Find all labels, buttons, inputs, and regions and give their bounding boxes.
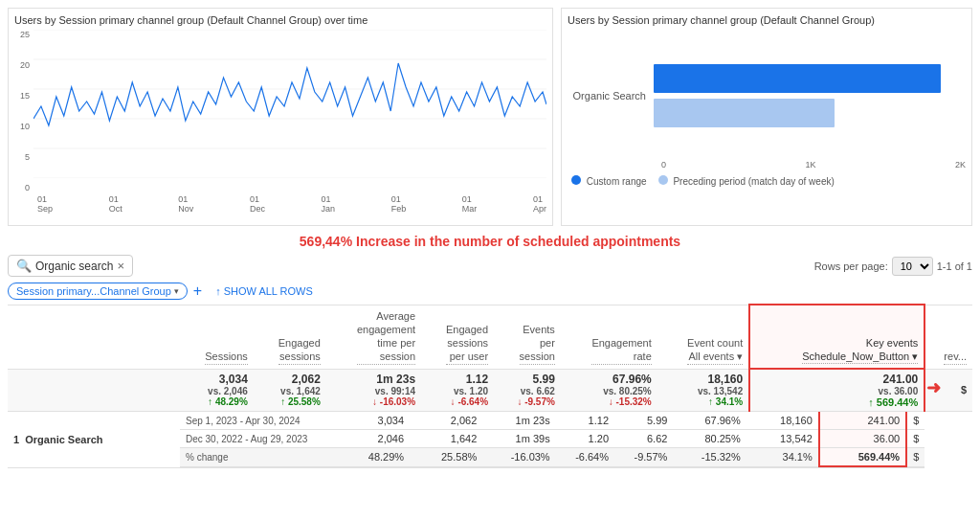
sub-row-1-avg: 1m 23s xyxy=(482,412,555,430)
sub-row-3-revenue: $ xyxy=(906,448,924,467)
search-row: 🔍 Organic search × Rows per page: 10 25 … xyxy=(8,255,972,277)
red-arrow: ➜ xyxy=(926,377,941,398)
rows-per-page-label: Rows per page: xyxy=(814,260,888,272)
bar-chart-container: Users by Session primary channel group (… xyxy=(561,8,972,226)
bar-legend: Custom range Preceding period (match day… xyxy=(568,175,966,187)
sub-row-3-engrate: -15.32% xyxy=(673,448,746,467)
row-number: 1 Organic Search xyxy=(13,434,174,445)
row-dimension: 1 Organic Search xyxy=(8,412,180,468)
sub-row-1-engaged: 2,062 xyxy=(410,412,482,430)
summary-events-per-session: 5.99 vs. 6.62 ↓ -9.57% xyxy=(494,369,561,412)
sub-row-2-engperuser: 1.20 xyxy=(556,430,614,448)
search-input-value: Organic search xyxy=(35,260,113,273)
sub-row-1-engrate: 67.96% xyxy=(673,412,746,430)
bar-x-labels: 0 1K 2K xyxy=(568,160,966,170)
sub-row-2-revenue: $ xyxy=(906,430,924,448)
legend-dot-custom xyxy=(571,175,581,185)
summary-engaged-per-user: 1.12 vs. 1.20 ↓ -6.64% xyxy=(421,369,494,412)
filter-chip[interactable]: Session primary...Channel Group ▾ xyxy=(8,283,188,300)
sub-row-2-engaged: 1,642 xyxy=(410,430,482,448)
bar-chart-title: Users by Session primary channel group (… xyxy=(568,14,966,26)
line-chart-wrapper: 25 20 15 10 5 0 xyxy=(14,30,546,192)
x-axis: 01Sep 01Oct 01Nov 01Dec 01Jan 01Feb 01Ma… xyxy=(14,194,546,214)
th-engaged-sessions: Engagedsessions xyxy=(254,305,326,369)
summary-event-count: 18,160 vs. 13,542 ↑ 34.1% xyxy=(657,369,749,412)
sub-row-3-label: % change xyxy=(180,448,337,467)
rows-per-page-control: Rows per page: 10 25 50 1-1 of 1 xyxy=(814,257,972,276)
sub-row-2-eventcount: 13,542 xyxy=(746,430,819,448)
sub-row-3-engaged: 25.58% xyxy=(410,448,482,467)
sub-row-2-engrate: 80.25% xyxy=(673,430,746,448)
y-axis: 25 20 15 10 5 0 xyxy=(14,30,33,192)
line-chart-title: Users by Session primary channel group (… xyxy=(14,14,546,26)
search-clear-button[interactable]: × xyxy=(117,259,124,273)
line-chart-inner xyxy=(33,30,546,192)
summary-key-events: 241.00 vs. 36.00 ↑ 569.44% ➜ xyxy=(749,369,924,412)
table-section: 🔍 Organic search × Rows per page: 10 25 … xyxy=(0,251,980,472)
bar-secondary xyxy=(654,99,835,127)
th-revenue: rev... xyxy=(924,305,972,369)
search-box[interactable]: 🔍 Organic search × xyxy=(8,255,133,277)
bar-label: Organic Search xyxy=(568,90,654,102)
legend-dot-preceding xyxy=(658,175,668,185)
sub-table: Sep 1, 2023 - Apr 30, 2024 3,034 2,062 1… xyxy=(180,412,924,467)
sub-row-3-sessions: 48.29% xyxy=(337,448,410,467)
th-sessions: Sessions xyxy=(180,305,254,369)
main-container: Users by Session primary channel group (… xyxy=(0,0,980,520)
row-subrows: Sep 1, 2023 - Apr 30, 2024 3,034 2,062 1… xyxy=(180,412,924,468)
show-all-rows-button[interactable]: ↑ SHOW ALL ROWS xyxy=(215,285,313,297)
summary-avg-engagement: 1m 23s vs. 99:14 ↓ -16.03% xyxy=(326,369,421,412)
data-table: Sessions Engagedsessions Averageengageme… xyxy=(8,304,972,468)
sub-row-1-eventcount: 18,160 xyxy=(746,412,819,430)
summary-row: 3,034 vs. 2,046 ↑ 48.29% 2,062 vs. 1,642… xyxy=(8,369,972,412)
rows-per-page-select[interactable]: 10 25 50 xyxy=(892,257,933,276)
sub-row-2-label: Dec 30, 2022 - Aug 29, 2023 xyxy=(180,430,337,448)
table-header-row: Sessions Engagedsessions Averageengageme… xyxy=(8,305,972,369)
sub-row-3-engperuser: -6.64% xyxy=(556,448,614,467)
th-events-per-session: Eventspersession xyxy=(494,305,561,369)
summary-engaged-sessions: 2,062 vs. 1,642 ↑ 25.58% xyxy=(254,369,326,412)
sub-row-1-events: 5.99 xyxy=(614,412,673,430)
add-filter-button[interactable]: + xyxy=(193,283,202,300)
table-row-organic-search: 1 Organic Search Sep 1, 2023 - Apr 30, 2… xyxy=(8,412,972,468)
sub-row-1-keyevents: 241.00 xyxy=(819,412,906,430)
sub-row-1-engperuser: 1.12 xyxy=(556,412,614,430)
sub-row-2-sessions: 2,046 xyxy=(337,430,410,448)
charts-row: Users by Session primary channel group (… xyxy=(0,0,980,230)
bar-primary xyxy=(654,64,941,93)
sub-row-3-eventcount: 34.1% xyxy=(746,448,819,467)
summary-dimension xyxy=(8,369,180,412)
th-avg-engagement: Averageengagementtime persession xyxy=(326,305,421,369)
search-icon: 🔍 xyxy=(16,259,32,273)
sub-row-2-keyevents: 36.00 xyxy=(819,430,906,448)
sub-row-2: Dec 30, 2022 - Aug 29, 2023 2,046 1,642 … xyxy=(180,430,924,448)
th-event-count: Event countAll events ▾ xyxy=(657,305,749,369)
sub-row-3-avg: -16.03% xyxy=(482,448,555,467)
sub-row-3-events: -9.57% xyxy=(614,448,673,467)
sub-row-1: Sep 1, 2023 - Apr 30, 2024 3,034 2,062 1… xyxy=(180,412,924,430)
filter-row: Session primary...Channel Group ▾ + ↑ SH… xyxy=(8,283,972,300)
filter-chip-arrow: ▾ xyxy=(174,286,179,296)
sub-row-2-events: 6.62 xyxy=(614,430,673,448)
th-engaged-per-user: Engagedsessionsper user xyxy=(421,305,494,369)
th-dimension xyxy=(8,305,180,369)
sub-row-3-keyevents: 569.44% xyxy=(819,448,906,467)
sub-row-1-label: Sep 1, 2023 - Apr 30, 2024 xyxy=(180,412,337,430)
filter-chip-label: Session primary...Channel Group xyxy=(16,285,171,297)
summary-engagement-rate: 67.96% vs. 80.25% ↓ -15.32% xyxy=(561,369,657,412)
sub-row-1-revenue: $ xyxy=(906,412,924,430)
sub-row-3: % change 48.29% 25.58% -16.03% -6.64% -9… xyxy=(180,448,924,467)
annotation-banner: 569,44% Increase in the number of schedu… xyxy=(0,230,980,251)
th-key-events: Key eventsSchedule_Now_Button ▾ xyxy=(749,305,924,369)
pagination-info: 1-1 of 1 xyxy=(937,260,972,272)
line-chart-svg xyxy=(33,30,546,178)
row-label: Organic Search xyxy=(25,434,102,445)
th-engagement-rate: Engagementrate xyxy=(561,305,657,369)
line-chart-container: Users by Session primary channel group (… xyxy=(8,8,553,226)
summary-sessions: 3,034 vs. 2,046 ↑ 48.29% xyxy=(180,369,254,412)
sub-row-2-avg: 1m 39s xyxy=(482,430,555,448)
sub-row-1-sessions: 3,034 xyxy=(337,412,410,430)
